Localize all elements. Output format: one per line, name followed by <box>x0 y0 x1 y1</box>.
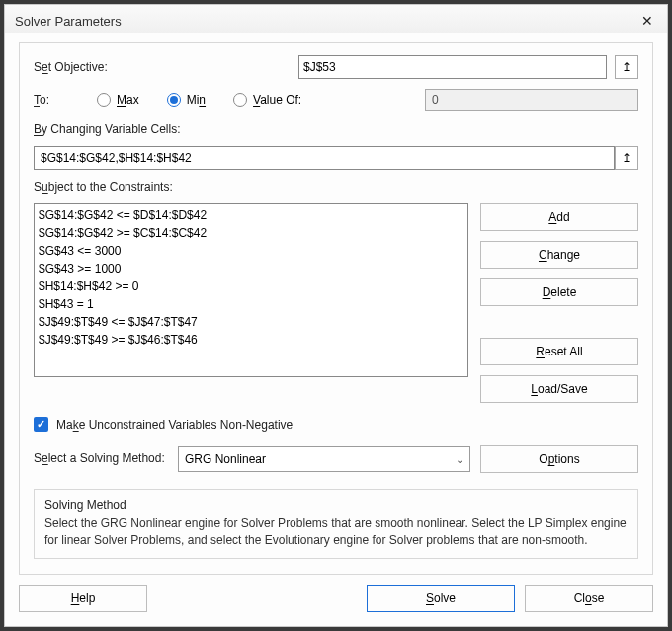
to-label: To: <box>34 93 89 107</box>
to-radio-group: Max Min Value Of: <box>97 93 301 107</box>
collapse-ref-icon: ↥ <box>622 152 631 164</box>
radio-icon-selected <box>167 93 181 107</box>
changing-row: ↥ <box>34 146 638 170</box>
radio-min-label: Min <box>187 93 206 107</box>
window-title: Solver Parameters <box>15 14 635 29</box>
checkbox-checked-icon: ✓ <box>34 417 48 432</box>
info-title: Solving Method <box>44 498 628 512</box>
changing-input[interactable] <box>34 146 615 170</box>
solver-dialog: Solver Parameters ✕ Set Objective: ↥ To: <box>4 4 668 627</box>
objective-input[interactable] <box>298 55 607 79</box>
radio-max-label: Max <box>117 93 139 107</box>
changing-label: By Changing Variable Cells: <box>34 122 638 136</box>
change-button[interactable]: Change <box>480 241 638 269</box>
solving-method-row: Select a Solving Method: GRG Nonlinear ⌄… <box>34 445 638 473</box>
radio-min[interactable]: Min <box>167 93 206 107</box>
objective-row: Set Objective: ↥ <box>34 55 638 79</box>
collapse-ref-icon: ↥ <box>622 61 631 73</box>
unconstrained-label: Make Unconstrained Variables Non-Negativ… <box>56 418 293 432</box>
chevron-down-icon: ⌄ <box>456 454 463 465</box>
info-body: Select the GRG Nonlinear engine for Solv… <box>44 515 628 550</box>
solve-button[interactable]: Solve <box>367 585 515 612</box>
solving-method-select[interactable]: GRG Nonlinear ⌄ <box>178 446 470 472</box>
close-button[interactable]: Close <box>525 585 653 612</box>
add-button[interactable]: Add <box>480 203 638 231</box>
radio-icon <box>97 93 111 107</box>
constraints-label: Subject to the Constraints: <box>34 180 638 194</box>
main-panel: Set Objective: ↥ To: Max <box>19 42 653 575</box>
reset-all-button[interactable]: Reset All <box>480 338 638 365</box>
solving-method-value: GRG Nonlinear <box>185 452 266 466</box>
objective-label: Set Objective: <box>34 60 291 74</box>
constraints-list[interactable] <box>34 203 468 377</box>
radio-valueof-label: Value Of: <box>253 93 301 107</box>
valueof-input[interactable] <box>425 89 638 111</box>
close-icon[interactable]: ✕ <box>635 9 659 33</box>
footer: Help Solve Close <box>5 575 667 626</box>
radio-max[interactable]: Max <box>97 93 139 107</box>
unconstrained-checkbox-row[interactable]: ✓ Make Unconstrained Variables Non-Negat… <box>34 417 638 432</box>
solving-method-label: Select a Solving Method: <box>34 451 168 467</box>
objective-ref-button[interactable]: ↥ <box>615 55 638 79</box>
titlebar: Solver Parameters ✕ <box>5 5 667 33</box>
options-button[interactable]: Options <box>480 445 638 473</box>
changing-ref-button[interactable]: ↥ <box>615 146 638 170</box>
help-button[interactable]: Help <box>19 585 147 612</box>
solving-method-info: Solving Method Select the GRG Nonlinear … <box>34 489 638 559</box>
to-row: To: Max Min Value Of: <box>34 89 638 111</box>
delete-button[interactable]: Delete <box>480 278 638 306</box>
constraints-area: Add Change Delete Reset All Load/Save <box>34 203 638 403</box>
content-area: Set Objective: ↥ To: Max <box>5 33 667 575</box>
load-save-button[interactable]: Load/Save <box>480 375 638 403</box>
radio-icon <box>233 93 247 107</box>
radio-valueof[interactable]: Value Of: <box>233 93 301 107</box>
constraint-buttons: Add Change Delete Reset All Load/Save <box>480 203 638 403</box>
